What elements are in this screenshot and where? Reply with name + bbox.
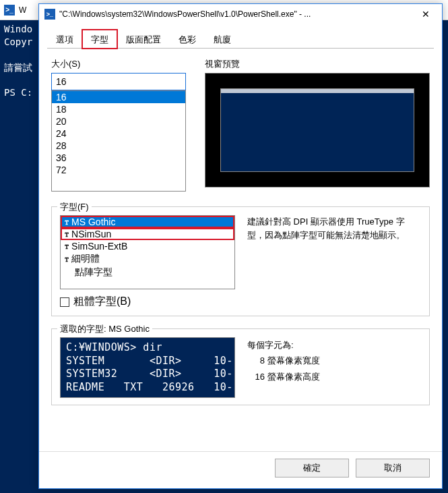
tab-options[interactable]: 選項 [47, 30, 82, 49]
size-option[interactable]: 28 [52, 140, 185, 152]
bold-label: 粗體字型(B) [73, 295, 131, 309]
size-input[interactable] [51, 73, 186, 90]
font-listbox[interactable]: ᴛMS Gothic ᴛNSimSun ᴛSimSun-ExtB ᴛ細明體 點陣… [60, 215, 235, 289]
bg-title: W [19, 5, 26, 15]
tab-colors[interactable]: 色彩 [170, 30, 205, 49]
truetype-icon: ᴛ [65, 242, 69, 251]
font-group: 字型(F) ᴛMS Gothic ᴛNSimSun ᴛSimSun-ExtB ᴛ… [51, 206, 430, 316]
size-option[interactable]: 72 [52, 164, 185, 176]
powershell-icon: >_ [44, 9, 55, 20]
truetype-icon: ᴛ [65, 218, 69, 227]
tab-bar: 選項 字型 版面配置 色彩 航廈 [39, 24, 442, 49]
tab-terminal[interactable]: 航廈 [205, 30, 240, 49]
font-sample: C:¥WINDOWS> dir SYSTEM <DIR> 10- SYSTEM3… [60, 337, 235, 398]
dialog-title: "C:\Windows\system32\WindowsPowerShell\v… [59, 9, 411, 19]
char-dimensions: 每個字元為: 8螢幕像素寬度 16螢幕像素高度 [247, 337, 421, 398]
size-listbox[interactable]: 16 18 20 24 28 36 72 [51, 90, 186, 192]
close-button[interactable]: ✕ [411, 5, 441, 24]
selected-font-group: 選取的字型: MS Gothic C:¥WINDOWS> dir SYSTEM … [51, 328, 430, 405]
font-option-simsun-extb[interactable]: ᴛSimSun-ExtB [61, 240, 234, 252]
font-option-nsimsun[interactable]: ᴛNSimSun [61, 228, 234, 240]
selected-font-legend: 選取的字型: MS Gothic [57, 323, 152, 335]
dialog-content: 大小(S) 16 18 20 24 28 36 72 視窗預覽 [39, 49, 442, 451]
properties-dialog: >_ "C:\Windows\system32\WindowsPowerShel… [38, 3, 443, 489]
size-option[interactable]: 20 [52, 115, 185, 127]
size-option[interactable]: 16 [52, 91, 185, 103]
tab-font[interactable]: 字型 [82, 30, 117, 49]
cancel-button[interactable]: 取消 [356, 459, 430, 477]
preview-label: 視窗預覽 [205, 58, 430, 70]
dialog-buttons: 確定 取消 [39, 451, 442, 488]
window-preview [205, 73, 430, 187]
preview-window-icon [220, 88, 414, 172]
size-label: 大小(S) [51, 58, 186, 70]
font-option-mingliu[interactable]: ᴛ細明體 [61, 252, 234, 266]
size-option[interactable]: 24 [52, 127, 185, 140]
size-option[interactable]: 18 [52, 103, 185, 115]
tab-layout[interactable]: 版面配置 [117, 30, 170, 49]
size-option[interactable]: 36 [52, 152, 185, 164]
font-legend: 字型(F) [57, 201, 92, 213]
font-option-ms-gothic[interactable]: ᴛMS Gothic [61, 216, 234, 228]
truetype-icon: ᴛ [65, 230, 69, 239]
font-hint: 建議針對高 DPI 顯示器使用 TrueType 字型，因為點陣字型可能無法清楚… [247, 215, 421, 289]
font-option-raster[interactable]: 點陣字型 [61, 266, 234, 279]
truetype-icon: ᴛ [65, 255, 69, 264]
ok-button[interactable]: 確定 [275, 459, 349, 477]
dim-header: 每個字元為: [247, 337, 421, 353]
bold-checkbox[interactable] [60, 297, 69, 307]
powershell-icon: >_ [4, 5, 15, 16]
dialog-titlebar: >_ "C:\Windows\system32\WindowsPowerShel… [39, 4, 442, 24]
